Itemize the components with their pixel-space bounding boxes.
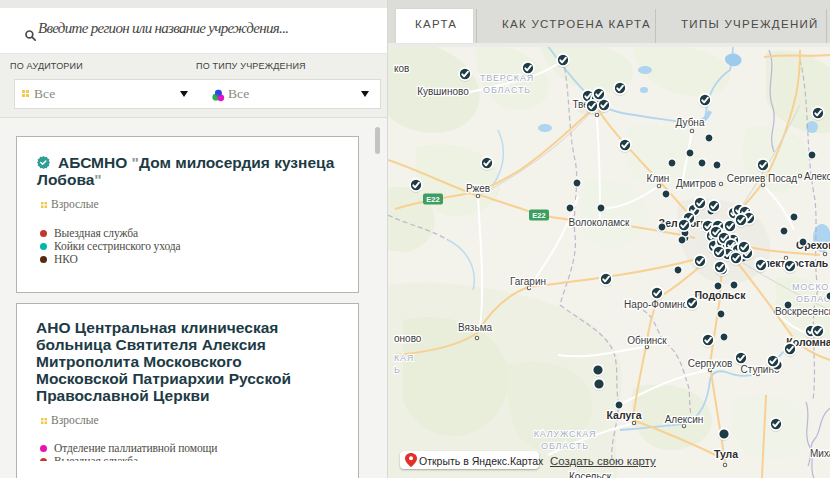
svg-text:Серпухов: Серпухов [688,358,733,369]
svg-text:ков: ков [394,63,409,74]
svg-text:Обнинск: Обнинск [627,335,667,346]
svg-text:E22: E22 [532,211,545,220]
svg-text:Косельск: Косельск [569,471,612,478]
svg-text:ОБЛАСТЬ: ОБЛАСТЬ [483,85,531,95]
svg-text:Калуга: Калуга [607,409,642,421]
svg-text:оново: оново [394,333,422,344]
svg-text:Ржев: Ржев [466,183,490,194]
svg-text:Дубна: Дубна [676,117,705,128]
svg-text:Михайлов: Михайлов [810,448,830,459]
svg-text:Тула: Тула [714,448,738,460]
svg-text:ОБЛАСТЬ: ОБЛАСТЬ [796,294,830,304]
svg-text:Подольск: Подольск [695,289,747,301]
svg-text:Воскресенск: Воскресенск [775,306,830,317]
svg-text:Вязьма: Вязьма [458,322,493,333]
svg-text:Сергиев Посад: Сергиев Посад [727,173,798,184]
svg-text:КАЯ: КАЯ [394,353,414,363]
svg-text:Клин: Клин [647,173,670,184]
svg-text:Кувшиново: Кувшиново [417,86,469,97]
svg-text:Алексан: Алексан [804,171,830,182]
svg-text:МОСКОВСКАЯ: МОСКОВСКАЯ [792,282,830,292]
svg-text:ОБЛАСТЬ: ОБЛАСТЬ [541,441,589,451]
svg-text:Алексин: Алексин [665,414,704,425]
svg-text:E22: E22 [426,195,439,204]
svg-text:Волоколамск: Волоколамск [569,217,631,228]
svg-text:КАЛУЖСКАЯ: КАЛУЖСКАЯ [534,429,597,439]
svg-text:Ь: Ь [394,365,401,375]
svg-text:Гагарин: Гагарин [510,276,546,287]
svg-text:Дмитров: Дмитров [676,178,716,189]
